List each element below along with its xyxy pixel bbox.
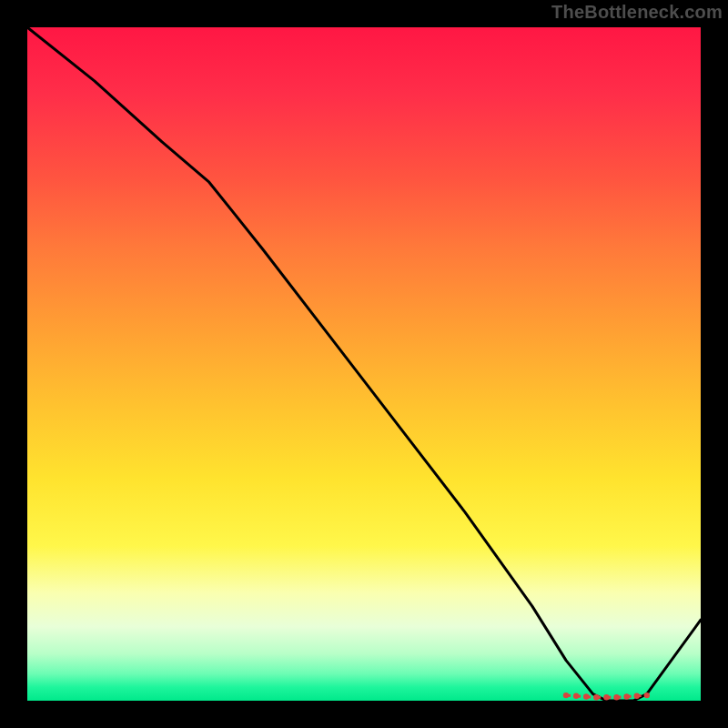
plot-area	[27, 27, 701, 701]
marker-dot	[644, 693, 650, 698]
watermark-text: TheBottleneck.com	[551, 2, 723, 23]
chart-canvas: TheBottleneck.com	[0, 0, 728, 728]
chart-svg	[27, 27, 701, 701]
curve-line	[27, 27, 701, 701]
